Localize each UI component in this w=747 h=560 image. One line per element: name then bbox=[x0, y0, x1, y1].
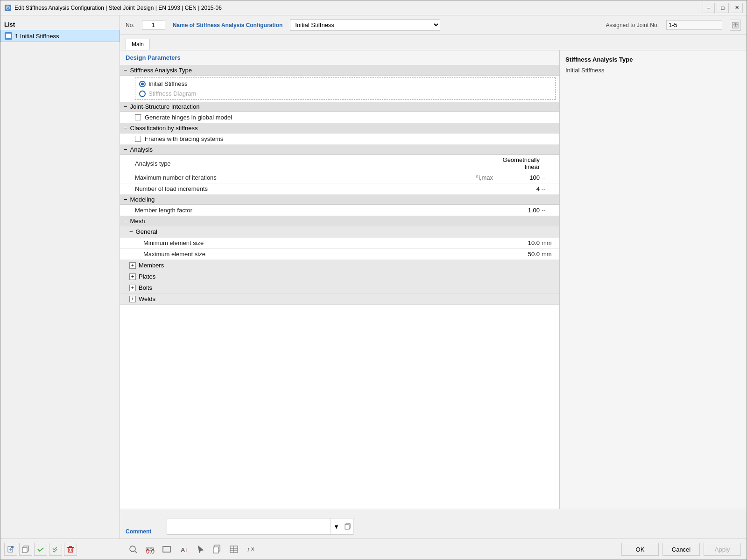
stiffness-diagram-label: Stiffness Diagram bbox=[148, 90, 196, 97]
expand-welds[interactable]: + bbox=[129, 296, 136, 302]
close-button[interactable]: ✕ bbox=[731, 3, 743, 13]
check-icon bbox=[37, 546, 44, 553]
member-length-text: Member length factor bbox=[135, 207, 192, 214]
copy2-button[interactable] bbox=[210, 542, 225, 557]
left-panel: List 1 Initial Stiffness bbox=[0, 15, 120, 539]
cancel-button[interactable]: Cancel bbox=[662, 543, 700, 556]
main-content: List 1 Initial Stiffness No. Name of Sti… bbox=[0, 15, 747, 539]
new-icon bbox=[7, 546, 14, 553]
tabs: Main bbox=[120, 35, 747, 50]
joint-label: Assigned to Joint No. bbox=[606, 22, 659, 28]
section-stiffness-type[interactable]: − Stiffness Analysis Type bbox=[120, 65, 559, 76]
list-item-icon bbox=[5, 32, 12, 40]
copy-item-button[interactable] bbox=[19, 543, 32, 556]
general-label: General bbox=[136, 228, 157, 235]
section-analysis[interactable]: − Analysis bbox=[120, 145, 559, 155]
expand-members[interactable]: + bbox=[129, 262, 136, 269]
app-icon: ⚙ bbox=[4, 4, 12, 12]
joint-input[interactable] bbox=[666, 20, 722, 30]
bolts-label: Bolts bbox=[139, 284, 152, 291]
check-all-button[interactable] bbox=[49, 543, 62, 556]
no-input[interactable] bbox=[142, 20, 165, 30]
text-icon: A + bbox=[179, 545, 188, 554]
ok-button[interactable]: OK bbox=[621, 543, 659, 556]
stiffness-options: Initial Stiffness Stiffness Diagram bbox=[135, 77, 556, 100]
load-increments-value: 4 bbox=[495, 185, 542, 192]
min-element-text: Minimum element size bbox=[143, 239, 204, 246]
delete-button[interactable] bbox=[64, 543, 77, 556]
measure-icon: 0.00 bbox=[145, 545, 155, 554]
right-panel: No. Name of Stiffness Analysis Configura… bbox=[120, 15, 747, 539]
design-params-header: Design Parameters bbox=[120, 50, 559, 65]
cursor-button[interactable] bbox=[193, 542, 208, 557]
radio-stiffness-diagram[interactable] bbox=[139, 91, 146, 97]
option-stiffness-diagram[interactable]: Stiffness Diagram bbox=[135, 89, 555, 98]
collapse-stiffness-type[interactable]: − bbox=[124, 67, 127, 74]
check-all-icon bbox=[52, 546, 59, 553]
svg-rect-10 bbox=[68, 548, 73, 552]
collapse-general[interactable]: − bbox=[129, 228, 133, 235]
subsection-general-header[interactable]: − General bbox=[120, 226, 559, 238]
maximize-button[interactable]: □ bbox=[717, 3, 729, 13]
collapse-analysis[interactable]: − bbox=[124, 146, 127, 153]
checkbox-generate-hinges[interactable] bbox=[135, 114, 141, 120]
frames-bracing-text: Frames with bracing systems bbox=[145, 135, 223, 142]
check-button[interactable] bbox=[34, 543, 47, 556]
zoom-button[interactable] bbox=[126, 542, 141, 557]
no-label: No. bbox=[126, 22, 134, 28]
subsection-plates-header[interactable]: + Plates bbox=[120, 271, 559, 282]
config-header: No. Name of Stiffness Analysis Configura… bbox=[120, 15, 747, 35]
name-select[interactable]: Initial Stiffness bbox=[290, 19, 440, 31]
section-classification[interactable]: − Classification by stiffness bbox=[120, 123, 559, 133]
collapse-classification[interactable]: − bbox=[124, 125, 127, 132]
section-modeling[interactable]: − Modeling bbox=[120, 195, 559, 205]
svg-text:0.00: 0.00 bbox=[146, 548, 155, 554]
subsection-welds-header[interactable]: + Welds bbox=[120, 294, 559, 305]
svg-text:f: f bbox=[247, 546, 250, 553]
table-button[interactable] bbox=[226, 542, 241, 557]
collapse-joint-structure[interactable]: − bbox=[124, 103, 127, 110]
comment-area: Comment ▼ bbox=[120, 509, 747, 539]
new-item-button[interactable] bbox=[4, 543, 17, 556]
list-item[interactable]: 1 Initial Stiffness bbox=[0, 30, 120, 42]
section-mesh[interactable]: − Mesh bbox=[120, 216, 559, 226]
collapse-mesh[interactable]: − bbox=[124, 217, 127, 224]
comment-input[interactable] bbox=[167, 518, 331, 535]
checkbox-frames-bracing[interactable] bbox=[135, 136, 141, 142]
section-joint-structure[interactable]: − Joint-Structure Interaction bbox=[120, 102, 559, 112]
comment-dropdown-btn[interactable]: ▼ bbox=[331, 518, 342, 534]
expand-bolts[interactable]: + bbox=[129, 285, 136, 291]
zoom-icon bbox=[128, 545, 138, 554]
tab-main[interactable]: Main bbox=[126, 39, 150, 50]
app-toolbar: 0.00 A + bbox=[120, 539, 616, 560]
text-button[interactable]: A + bbox=[176, 542, 191, 557]
min-element-label: Minimum element size bbox=[143, 239, 458, 246]
svg-rect-14 bbox=[163, 546, 170, 552]
max-iterations-text: Maximum number of iterations bbox=[135, 174, 217, 181]
subsection-bolts-header[interactable]: + Bolts bbox=[120, 282, 559, 294]
action-buttons: OK Cancel Apply bbox=[616, 539, 747, 560]
list-item-label: 1 Initial Stiffness bbox=[15, 33, 59, 40]
function-button[interactable]: f x bbox=[243, 542, 258, 557]
plates-label: Plates bbox=[139, 273, 155, 280]
minimize-button[interactable]: − bbox=[703, 3, 715, 13]
bottom-right-area: 0.00 A + bbox=[120, 539, 747, 560]
radio-initial-stiffness[interactable] bbox=[139, 81, 146, 87]
comment-copy-btn[interactable] bbox=[342, 518, 353, 534]
expand-plates[interactable]: + bbox=[129, 273, 136, 280]
welds-label: Welds bbox=[139, 295, 155, 302]
load-increments-unit: -- bbox=[542, 185, 556, 192]
svg-text:x: x bbox=[251, 545, 254, 552]
cursor-icon bbox=[196, 545, 205, 554]
info-panel: Stiffness Analysis Type Initial Stiffnes… bbox=[560, 50, 747, 509]
subsection-members-header[interactable]: + Members bbox=[120, 260, 559, 271]
measure-button[interactable]: 0.00 bbox=[142, 542, 157, 557]
collapse-modeling[interactable]: − bbox=[124, 196, 127, 203]
joint-assign-button[interactable]: ⊕ bbox=[730, 20, 741, 31]
min-element-value: 10.0 bbox=[495, 239, 542, 246]
row-max-element: Maximum element size 50.0 mm bbox=[120, 249, 559, 260]
members-label: Members bbox=[139, 262, 164, 269]
rectangle-button[interactable] bbox=[159, 542, 174, 557]
apply-button[interactable]: Apply bbox=[704, 543, 741, 556]
option-initial-stiffness[interactable]: Initial Stiffness bbox=[135, 79, 555, 89]
